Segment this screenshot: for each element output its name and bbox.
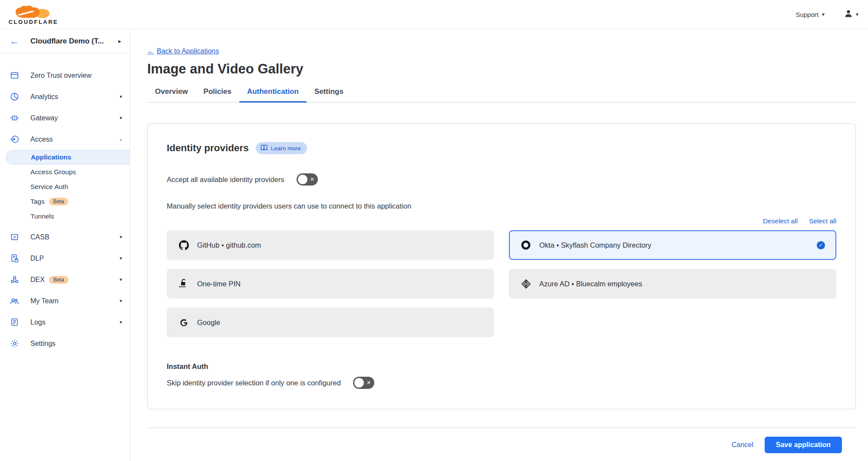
window-icon xyxy=(10,71,19,80)
tab-overview[interactable]: Overview xyxy=(147,87,196,102)
provider-grid: GitHub • github.com Okta • Skyflash Comp… xyxy=(167,230,836,337)
sidebar-item-settings[interactable]: Settings xyxy=(0,333,130,354)
chevron-down-icon[interactable]: ▾ xyxy=(119,298,122,304)
provider-tile-okta[interactable]: Okta • Skyflash Company Directory ✓ xyxy=(509,230,836,260)
github-icon xyxy=(178,240,189,250)
access-subnav: Applications Access Groups Service Auth … xyxy=(0,150,130,224)
sidebar-item-label: CASB xyxy=(30,233,50,241)
tab-authentication[interactable]: Authentication xyxy=(239,87,307,102)
back-to-applications-link[interactable]: ← Back to Applications xyxy=(147,47,219,55)
sidebar-item-label: Access xyxy=(30,136,53,143)
azure-ad-icon xyxy=(520,279,531,289)
sidebar-account-header: ← Cloudflare Demo (T... ▸ xyxy=(0,29,130,53)
people-icon xyxy=(10,296,19,306)
identity-providers-card: Identity providers Learn more Accept all… xyxy=(147,123,856,409)
footer-actions: Cancel Save application xyxy=(147,437,856,453)
chevron-up-icon[interactable]: ▴ xyxy=(120,137,122,142)
sidebar-item-dex[interactable]: DEX Beta ▾ xyxy=(0,269,130,290)
chevron-down-icon[interactable]: ▾ xyxy=(119,234,122,240)
select-all-link[interactable]: Select all xyxy=(809,217,836,225)
pie-chart-icon xyxy=(10,92,19,101)
sidebar-item-label: DLP xyxy=(30,255,44,262)
cancel-button[interactable]: Cancel xyxy=(732,441,753,449)
toggle-knob xyxy=(298,175,307,184)
sidebar-item-label: Gateway xyxy=(30,114,58,122)
provider-tile-one-time-pin[interactable]: **** One-time PIN xyxy=(167,269,494,298)
sidebar-item-zero-trust-overview[interactable]: Zero Trust overview xyxy=(0,65,130,86)
chevron-down-icon[interactable]: ▾ xyxy=(119,277,122,282)
accept-all-label: Accept all available identity providers xyxy=(167,176,284,184)
casb-check-box-icon xyxy=(10,232,19,242)
cloudflare-cloud-icon xyxy=(14,5,53,18)
sidebar-item-logs[interactable]: Logs ▾ xyxy=(0,312,130,333)
sidebar-item-label: Zero Trust overview xyxy=(30,72,91,80)
toggle-knob xyxy=(354,378,364,388)
provider-name: GitHub • github.com xyxy=(197,241,261,249)
provider-tile-azure-ad[interactable]: Azure AD • Bluecalm employees xyxy=(509,269,836,298)
user-avatar-icon xyxy=(844,9,853,20)
back-link-label: Back to Applications xyxy=(157,47,219,55)
user-menu[interactable]: ▾ xyxy=(844,9,858,20)
instant-auth-toggle[interactable]: × xyxy=(353,377,374,389)
sidebar-item-label: Settings xyxy=(30,340,56,348)
sidebar-item-label: Tags xyxy=(30,198,45,206)
chevron-right-icon[interactable]: ▸ xyxy=(118,38,121,44)
instant-auth-label: Skip identity provider selection if only… xyxy=(167,379,341,387)
toggle-off-x-icon: × xyxy=(310,176,314,183)
sidebar: ← Cloudflare Demo (T... ▸ Zero Trust ove… xyxy=(0,29,130,461)
log-list-icon xyxy=(10,318,19,327)
sidebar-item-tags[interactable]: Tags Beta xyxy=(0,194,130,209)
chevron-down-icon[interactable]: ▾ xyxy=(119,115,122,121)
cloudflare-wordmark: CLOUDFLARE xyxy=(9,19,59,25)
provider-name: Google xyxy=(197,318,220,327)
provider-tile-github[interactable]: GitHub • github.com xyxy=(167,230,494,260)
beta-badge: Beta xyxy=(49,276,69,284)
sidebar-item-applications[interactable]: Applications xyxy=(6,150,130,165)
deselect-all-link[interactable]: Deselect all xyxy=(763,217,798,225)
one-time-pin-icon: **** xyxy=(178,278,189,289)
svg-text:****: **** xyxy=(179,285,186,289)
sidebar-nav: Zero Trust overview Analytics ▾ xyxy=(0,53,130,354)
tab-bar: Overview Policies Authentication Setting… xyxy=(147,87,856,103)
sidebar-item-service-auth[interactable]: Service Auth xyxy=(0,179,130,194)
sidebar-item-dlp[interactable]: DLP ▾ xyxy=(0,248,130,269)
google-icon xyxy=(178,318,189,327)
chevron-down-icon[interactable]: ▾ xyxy=(119,255,122,261)
sidebar-item-label: Analytics xyxy=(30,93,58,101)
tab-settings[interactable]: Settings xyxy=(307,87,351,102)
sidebar-item-label: Access Groups xyxy=(30,168,76,176)
beta-badge: Beta xyxy=(49,198,69,206)
cloudflare-logo[interactable]: CLOUDFLARE xyxy=(5,3,62,25)
chevron-down-icon[interactable]: ▾ xyxy=(119,319,122,325)
account-name[interactable]: Cloudflare Demo (T... xyxy=(30,37,104,46)
sidebar-item-label: Tunnels xyxy=(30,212,54,220)
sidebar-item-casb[interactable]: CASB ▾ xyxy=(0,226,130,248)
provider-name: Okta • Skyflash Company Directory xyxy=(539,241,651,249)
support-menu[interactable]: Support ▾ xyxy=(795,11,825,18)
sidebar-item-access[interactable]: Access ▴ xyxy=(0,129,130,150)
chevron-down-icon[interactable]: ▾ xyxy=(119,94,122,99)
save-application-button[interactable]: Save application xyxy=(765,437,842,453)
sidebar-item-analytics[interactable]: Analytics ▾ xyxy=(0,86,130,107)
provider-tile-google[interactable]: Google xyxy=(167,308,494,337)
accept-all-toggle[interactable]: × xyxy=(297,173,318,186)
provider-name: One-time PIN xyxy=(197,280,241,288)
okta-icon xyxy=(520,240,531,250)
tab-policies[interactable]: Policies xyxy=(196,87,239,102)
card-title: Identity providers xyxy=(167,143,249,154)
sidebar-item-access-groups[interactable]: Access Groups xyxy=(0,165,130,179)
top-bar: CLOUDFLARE Support ▾ ▾ xyxy=(0,0,868,29)
topbar-right: Support ▾ ▾ xyxy=(795,9,858,20)
learn-more-label: Learn more xyxy=(271,145,301,152)
sidebar-item-my-team[interactable]: My Team ▾ xyxy=(0,290,130,312)
chevron-down-icon: ▾ xyxy=(822,12,825,17)
selected-check-icon: ✓ xyxy=(817,241,825,249)
back-arrow-icon[interactable]: ← xyxy=(10,36,19,46)
sidebar-item-tunnels[interactable]: Tunnels xyxy=(0,209,130,224)
back-arrow-icon: ← xyxy=(147,47,154,55)
sidebar-item-gateway[interactable]: Gateway ▾ xyxy=(0,107,130,129)
learn-more-badge[interactable]: Learn more xyxy=(256,142,307,154)
page-title: Image and Video Gallery xyxy=(147,61,856,77)
book-icon xyxy=(261,144,268,152)
access-login-icon xyxy=(10,135,19,144)
